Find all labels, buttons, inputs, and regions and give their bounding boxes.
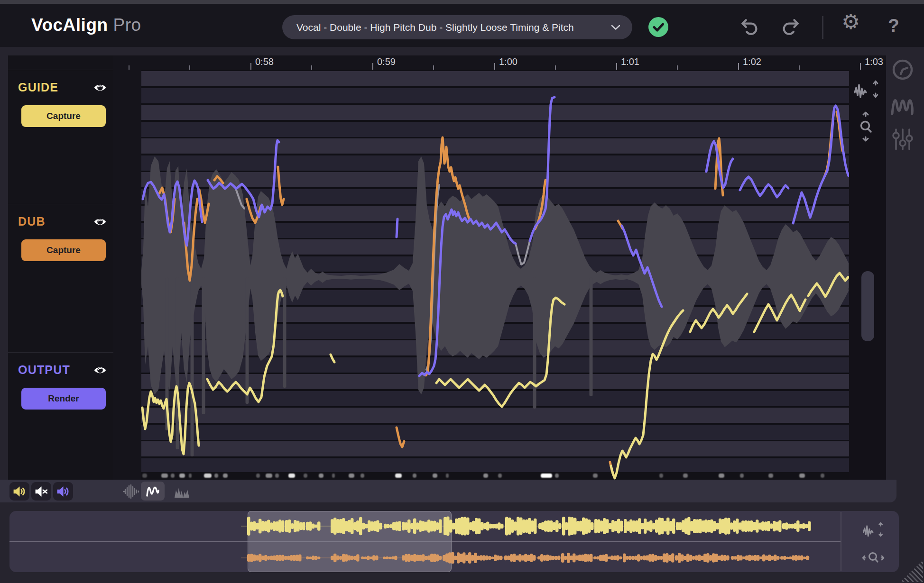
overview-blob bbox=[724, 518, 728, 535]
settings-button[interactable]: ⚙ bbox=[841, 11, 860, 32]
song-overview[interactable] bbox=[9, 511, 899, 572]
overview-blob bbox=[264, 555, 268, 561]
overview-blob bbox=[709, 555, 712, 561]
window-top-strip bbox=[0, 0, 924, 4]
overview-blob bbox=[754, 555, 757, 561]
overview-blob bbox=[547, 520, 550, 532]
overview-blob bbox=[296, 520, 300, 531]
overview-blob bbox=[480, 522, 484, 530]
spectral-view-button[interactable] bbox=[171, 484, 194, 499]
waveform-editor[interactable]: 0:580:591:001:011:021:03 bbox=[113, 55, 886, 480]
overview-blob bbox=[540, 554, 544, 562]
overview-blob bbox=[716, 523, 719, 529]
redo-button[interactable] bbox=[781, 18, 800, 37]
pitch-view-button[interactable] bbox=[141, 482, 165, 501]
eye-icon bbox=[93, 365, 107, 375]
overview-blob bbox=[407, 554, 411, 562]
overview-blob bbox=[654, 555, 657, 561]
dub-mute-button[interactable] bbox=[31, 482, 51, 501]
overview-blob bbox=[259, 519, 262, 533]
overview-blob bbox=[458, 518, 461, 534]
overview-blob bbox=[513, 554, 516, 562]
waveform-view-button[interactable] bbox=[120, 484, 142, 499]
timing-mode-button[interactable] bbox=[892, 59, 914, 81]
overview-blob bbox=[635, 520, 638, 532]
overview-blob bbox=[773, 521, 776, 532]
overview-blob bbox=[552, 556, 555, 560]
overview-blob bbox=[452, 523, 455, 530]
guide-visibility-toggle[interactable] bbox=[92, 82, 108, 93]
output-visibility-toggle[interactable] bbox=[92, 364, 108, 376]
overview-blob bbox=[573, 554, 576, 563]
overview-blob bbox=[786, 556, 789, 559]
overview-blob bbox=[457, 552, 460, 564]
overview-blob bbox=[278, 519, 282, 533]
overview-blob bbox=[439, 519, 442, 533]
overview-blob bbox=[419, 520, 422, 532]
overview-blob bbox=[296, 555, 299, 561]
guide-monitor-button[interactable] bbox=[9, 482, 29, 501]
overview-blob bbox=[514, 521, 517, 530]
overview-blob bbox=[339, 519, 342, 534]
overview-blob bbox=[579, 521, 582, 532]
speaker-on-icon bbox=[13, 485, 26, 498]
overview-blob bbox=[570, 556, 573, 560]
overview-hzoom-button[interactable] bbox=[861, 551, 885, 565]
overview-blob bbox=[599, 555, 602, 561]
overview-blob bbox=[312, 556, 315, 560]
overview-blob bbox=[462, 552, 466, 563]
overview-blob bbox=[416, 522, 419, 529]
brand-suffix: Pro bbox=[113, 15, 141, 35]
overview-blob bbox=[281, 555, 285, 561]
speaker-on-icon bbox=[56, 485, 70, 498]
vertical-zoom-button[interactable] bbox=[856, 111, 875, 142]
overview-blob bbox=[342, 554, 345, 562]
overview-blob bbox=[686, 554, 690, 562]
overview-blob bbox=[477, 556, 480, 560]
overview-blob bbox=[664, 520, 667, 531]
overview-blob bbox=[384, 524, 387, 529]
output-render-button[interactable]: Render bbox=[21, 388, 106, 410]
overview-vzoom-button[interactable] bbox=[861, 520, 886, 538]
dub-title: DUB bbox=[18, 215, 46, 228]
overview-blob bbox=[351, 556, 354, 560]
guide-capture-button[interactable]: Capture bbox=[21, 105, 106, 127]
histogram-icon bbox=[174, 485, 191, 498]
preset-dropdown[interactable]: Vocal - Double - High Pitch Dub - Slight… bbox=[282, 15, 632, 39]
overview-blob bbox=[759, 556, 763, 559]
overview-blob bbox=[353, 522, 357, 530]
overview-blob bbox=[713, 521, 716, 531]
overview-blob bbox=[298, 554, 302, 561]
window-resize-grip[interactable] bbox=[900, 560, 923, 582]
overview-blob bbox=[682, 520, 685, 532]
overview-blob bbox=[331, 556, 334, 560]
overview-blob bbox=[430, 520, 434, 531]
vertical-scrollbar[interactable] bbox=[861, 271, 874, 341]
overview-blob bbox=[505, 517, 508, 535]
overview-blob bbox=[379, 523, 382, 530]
overview-blob bbox=[495, 524, 498, 528]
pitch-mode-button[interactable] bbox=[890, 93, 915, 118]
dub-visibility-toggle[interactable] bbox=[92, 216, 108, 228]
overview-blob bbox=[800, 556, 804, 561]
overview-blob bbox=[533, 555, 536, 561]
settings-sliders-button[interactable] bbox=[892, 127, 914, 152]
overview-blob bbox=[309, 521, 312, 530]
overview-blob bbox=[668, 555, 672, 561]
undo-button[interactable] bbox=[740, 18, 759, 37]
help-button[interactable]: ? bbox=[888, 15, 899, 36]
overview-blob bbox=[736, 519, 739, 534]
overview-blob bbox=[534, 519, 537, 534]
overview-blob bbox=[356, 554, 360, 561]
overview-blob bbox=[364, 556, 367, 559]
overview-blob bbox=[290, 555, 293, 561]
dub-capture-button[interactable]: Capture bbox=[21, 239, 106, 261]
overview-blob bbox=[590, 554, 593, 562]
output-monitor-button[interactable] bbox=[53, 482, 73, 501]
waveform-tail bbox=[246, 277, 249, 404]
overview-blob bbox=[776, 522, 779, 531]
overview-blob bbox=[267, 519, 270, 532]
vertical-waveform-zoom-button[interactable] bbox=[852, 78, 881, 100]
overview-blob bbox=[649, 520, 653, 532]
overview-blob bbox=[757, 555, 760, 561]
